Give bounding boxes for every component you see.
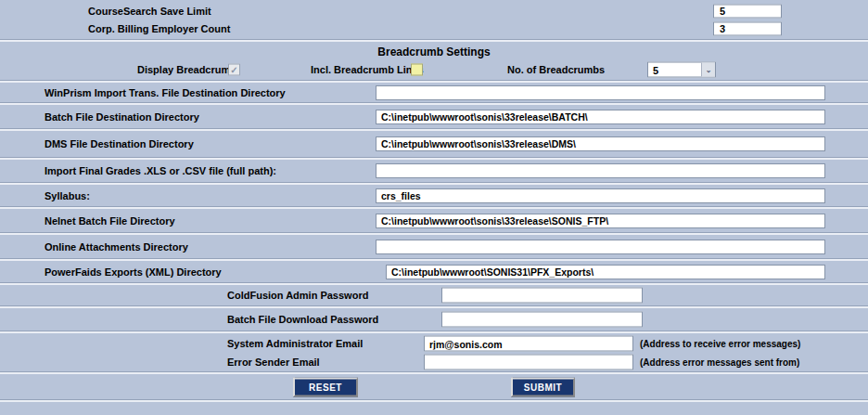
- field-label: Batch File Destination Directory: [45, 111, 199, 123]
- display-breadcrumb-label: Display Breadcrumb: [137, 64, 236, 75]
- field-label: PowerFaids Exports (XML) Directory: [45, 266, 222, 278]
- incl-breadcrumb-links-label: Incl. Breadcrumb Links: [311, 64, 424, 75]
- field-label: Error Sender Email: [227, 357, 320, 368]
- powerfaids-exports-directory-input[interactable]: [386, 265, 825, 279]
- form-row: System Administrator Email (Address to r…: [0, 334, 868, 353]
- form-row: Batch File Destination Directory: [0, 105, 868, 128]
- incl-breadcrumb-links-checkbox[interactable]: [411, 64, 423, 76]
- form-row: PowerFaids Exports (XML) Directory: [0, 261, 868, 282]
- system-settings-page: CourseSearch Save Limit Corp. Billing Em…: [0, 0, 868, 415]
- coursesearch-save-limit-label: CourseSearch Save Limit: [88, 6, 211, 17]
- nelnet-batch-directory-input[interactable]: [376, 214, 825, 228]
- password-rows-group: ColdFusion Admin Password Batch File Dow…: [0, 285, 868, 333]
- directory-rows-group: WinPrism Import Trans. File Destination …: [0, 83, 868, 285]
- form-row: Batch File Download Password: [0, 308, 868, 331]
- breadcrumb-settings-title: Breadcrumb Settings: [0, 42, 868, 60]
- reset-button[interactable]: RESET: [293, 377, 358, 396]
- form-row: Syllabus:: [0, 185, 868, 206]
- form-row: CourseSearch Save Limit: [0, 2, 868, 19]
- syllabus-input[interactable]: [376, 188, 825, 203]
- field-label: Syllabus:: [45, 190, 90, 201]
- field-label: Online Attachments Directory: [45, 241, 188, 253]
- error-sender-email-input[interactable]: [424, 355, 633, 370]
- form-row: DMS File Destination Directory: [0, 131, 868, 157]
- dms-file-directory-input[interactable]: [376, 136, 825, 151]
- field-label: Batch File Download Password: [227, 314, 378, 325]
- breadcrumb-controls-row: Display Breadcrumb ✓ Incl. Breadcrumb Li…: [0, 60, 868, 79]
- corp-billing-employer-count-input[interactable]: [713, 21, 782, 35]
- form-row: Corp. Billing Employer Count: [0, 19, 868, 37]
- no-of-breadcrumbs-label: No. of Breadcrumbs: [507, 64, 605, 75]
- display-breadcrumb-checkbox[interactable]: ✓: [228, 64, 240, 76]
- system-admin-email-input[interactable]: [424, 336, 633, 352]
- breadcrumb-settings-section: Breadcrumb Settings Display Breadcrumb ✓…: [0, 42, 868, 80]
- field-label: Import Final Grades .XLS or .CSV file (f…: [45, 165, 276, 176]
- field-label: System Administrator Email: [227, 338, 363, 349]
- batch-file-directory-input[interactable]: [376, 110, 825, 124]
- form-row: WinPrism Import Trans. File Destination …: [0, 83, 868, 102]
- form-row: Import Final Grades .XLS or .CSV file (f…: [0, 160, 868, 182]
- bottom-spacer: [0, 402, 868, 412]
- online-attachments-directory-input[interactable]: [376, 240, 825, 254]
- email-settings-section: System Administrator Email (Address to r…: [0, 333, 868, 371]
- coldfusion-admin-password-input[interactable]: [441, 288, 643, 304]
- chevron-down-icon[interactable]: ⌄: [701, 63, 715, 77]
- import-final-grades-input[interactable]: [376, 163, 825, 178]
- field-label: ColdFusion Admin Password: [227, 290, 368, 301]
- field-label: Nelnet Batch File Directory: [45, 215, 175, 227]
- form-actions-section: RESET SUBMIT: [0, 374, 868, 399]
- field-note: (Address to receive error messages): [640, 339, 800, 349]
- no-of-breadcrumbs-select[interactable]: 5 ⌄: [647, 62, 716, 78]
- form-row: Online Attachments Directory: [0, 235, 868, 258]
- form-row: ColdFusion Admin Password: [0, 285, 868, 305]
- select-value: 5: [648, 64, 701, 75]
- field-label: DMS File Destination Directory: [45, 138, 194, 149]
- batch-file-download-password-input[interactable]: [441, 312, 643, 328]
- form-row: Nelnet Batch File Directory: [0, 209, 868, 232]
- field-note: (Address error messages sent from): [640, 357, 799, 368]
- coursesearch-save-limit-input[interactable]: [713, 4, 782, 18]
- submit-button[interactable]: SUBMIT: [511, 377, 575, 396]
- winprism-import-directory-input[interactable]: [376, 85, 825, 100]
- corp-billing-employer-count-label: Corp. Billing Employer Count: [88, 23, 230, 34]
- top-settings-section: CourseSearch Save Limit Corp. Billing Em…: [0, 0, 868, 39]
- form-row: Error Sender Email (Address error messag…: [0, 353, 868, 371]
- field-label: WinPrism Import Trans. File Destination …: [45, 87, 286, 98]
